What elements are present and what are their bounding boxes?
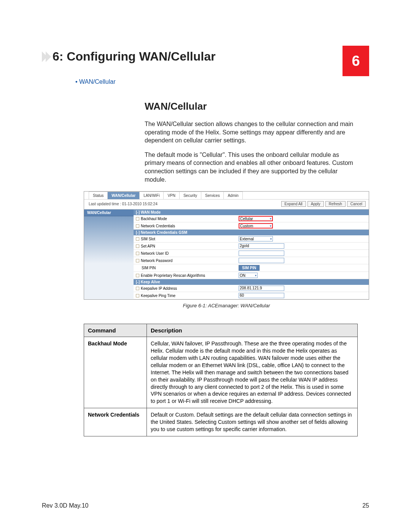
setting-row: Network User ID (134, 250, 369, 257)
tab-admin[interactable]: Admin (224, 192, 242, 199)
apply-button[interactable]: Apply (307, 201, 324, 207)
section-heading: WAN/Cellular (145, 101, 369, 112)
screenshot-acemanager: StatusWAN/CellularLAN/WiFiVPNSecuritySer… (84, 191, 369, 300)
setting-row: Keepalive Ping Time60 (134, 292, 369, 299)
tab-services[interactable]: Services (201, 192, 224, 199)
select-enable-proprietary-rescan-algorithms[interactable]: ON▾ (239, 273, 258, 278)
chapter-header: 6: Configuring WAN/Cellular 6 (42, 50, 369, 76)
input-keepalive-ip-address[interactable]: 208.81.121.9 (239, 286, 284, 291)
setting-label: Network Password (136, 259, 239, 263)
checkbox-icon[interactable] (136, 274, 139, 277)
setting-label: SIM PIN (136, 266, 239, 270)
group-header[interactable]: [-] Keep Alive (134, 279, 369, 285)
sim-pin-button[interactable]: SIM PIN (239, 265, 260, 271)
checkbox-icon[interactable] (136, 252, 139, 255)
setting-row: Backhaul ModeCellular▾ (134, 215, 369, 222)
sidebar: WAN/Cellular (84, 209, 134, 299)
toc: • WAN/Cellular (75, 78, 369, 85)
setting-row: SIM SlotExternal▾ (134, 235, 369, 243)
figure-caption: Figure 6-1: ACEmanager: WAN/Cellular (84, 303, 369, 308)
command-name: Backhaul Mode (84, 337, 147, 408)
footer-revision: Rev 3.0D May.10 (42, 502, 88, 509)
checkbox-icon[interactable] (136, 224, 139, 228)
setting-row: Enable Proprietary Rescan AlgorithmsON▾ (134, 272, 369, 279)
setting-label: Keepalive IP Address (136, 286, 239, 291)
checkbox-icon[interactable] (136, 237, 139, 241)
chapter-title: 6: Configuring WAN/Cellular (53, 50, 215, 64)
chevron-down-icon: ▾ (270, 217, 271, 220)
table-row: Backhaul ModeCellular, WAN failover, IP … (84, 337, 358, 408)
input-set-apn[interactable]: 2gold (239, 243, 284, 249)
column-header-command: Command (84, 324, 147, 337)
expand-all-button[interactable]: Expand All (281, 201, 306, 207)
page-footer: Rev 3.0D May.10 25 (42, 502, 369, 509)
section-para: The WAN/Cellular section allows changes … (145, 120, 358, 145)
setting-row: Network Password (134, 257, 369, 264)
command-table: Command Description Backhaul ModeCellula… (84, 324, 358, 436)
select-backhaul-mode[interactable]: Cellular▾ (239, 216, 273, 221)
table-row: Network CredentialsDefault or Custom. De… (84, 408, 358, 436)
setting-row: Keepalive IP Address208.81.121.9 (134, 285, 369, 292)
group-header[interactable]: [-] WAN Mode (134, 209, 369, 215)
last-updated-time: Last updated time : 01-13-2010 15:02:24 (89, 202, 158, 206)
setting-row: Network CredentialsCustom▾ (134, 222, 369, 230)
tab-status[interactable]: Status (89, 192, 108, 199)
tab-bar: StatusWAN/CellularLAN/WiFiVPNSecuritySer… (84, 192, 369, 200)
chevron-right-icon (42, 51, 49, 62)
refresh-button[interactable]: Refresh (325, 201, 346, 207)
setting-row: SIM PINSIM PIN (134, 264, 369, 272)
group-header[interactable]: [-] Network Credentials GSM (134, 230, 369, 235)
bullet: • (75, 78, 78, 85)
checkbox-icon[interactable] (136, 294, 139, 297)
toc-link[interactable]: WAN/Cellular (79, 78, 115, 85)
tab-lan-wifi[interactable]: LAN/WiFi (140, 192, 164, 199)
chevron-down-icon: ▾ (270, 224, 271, 228)
command-name: Network Credentials (84, 408, 147, 436)
tab-security[interactable]: Security (180, 192, 201, 199)
tab-wan-cellular[interactable]: WAN/Cellular (108, 192, 140, 199)
setting-row: Set APN2gold (134, 243, 369, 250)
column-header-description: Description (147, 324, 358, 337)
command-description: Cellular, WAN failover, IP Passthrough. … (147, 337, 358, 408)
setting-label: Keepalive Ping Time (136, 294, 239, 298)
checkbox-icon[interactable] (136, 259, 139, 262)
setting-label: Backhaul Mode (136, 217, 239, 221)
section: WAN/Cellular The WAN/Cellular section al… (145, 101, 369, 184)
sidebar-item-wan-cellular[interactable]: WAN/Cellular (84, 209, 134, 216)
action-buttons: Expand AllApplyRefreshCancel (281, 201, 366, 207)
checkbox-icon[interactable] (136, 287, 139, 290)
input-keepalive-ping-time[interactable]: 60 (239, 293, 284, 298)
setting-label: Network User ID (136, 251, 239, 256)
chevron-down-icon: ▾ (255, 274, 256, 277)
setting-label: Set APN (136, 244, 239, 248)
chapter-number-badge: 6 (342, 46, 369, 76)
cancel-button[interactable]: Cancel (347, 201, 366, 207)
chevron-down-icon: ▾ (270, 237, 272, 241)
input-network-user-id[interactable] (239, 251, 284, 256)
select-sim-slot[interactable]: External▾ (239, 236, 273, 241)
select-network-credentials[interactable]: Custom▾ (239, 223, 273, 228)
command-description: Default or Custom. Default settings are … (147, 408, 358, 436)
footer-page-number: 25 (362, 502, 369, 509)
setting-label: Enable Proprietary Rescan Algorithms (136, 273, 239, 278)
tab-vpn[interactable]: VPN (164, 192, 180, 199)
input-network-password[interactable] (239, 258, 284, 263)
checkbox-icon[interactable] (136, 244, 139, 248)
settings-panel: [-] WAN ModeBackhaul ModeCellular▾Networ… (134, 209, 369, 299)
checkbox-icon[interactable] (136, 217, 139, 220)
setting-label: SIM Slot (136, 237, 239, 241)
section-para: The default mode is "Cellular". This use… (145, 151, 358, 184)
setting-label: Network Credentials (136, 224, 239, 228)
